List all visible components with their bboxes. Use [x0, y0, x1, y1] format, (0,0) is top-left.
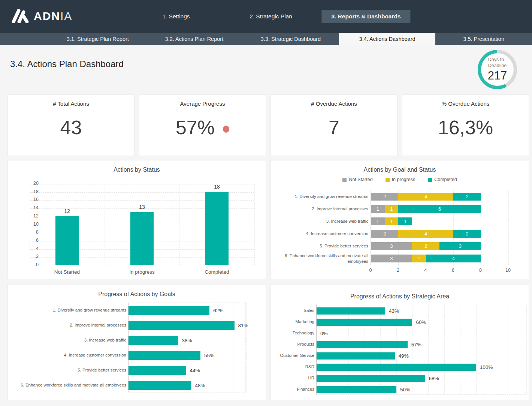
- category-labels: 1. Diversify and grow revenue streams2. …: [274, 190, 368, 265]
- tab-bar-spacer: [0, 33, 49, 45]
- stacked-bar-segment: 1: [398, 217, 412, 225]
- gridline: [460, 305, 460, 394]
- category-labels: 1. Diversify and grow revenue streams2. …: [11, 303, 126, 393]
- legend-label: In progress: [392, 177, 415, 182]
- category-label: R&D: [273, 361, 314, 372]
- stacked-bar-segment: 1: [371, 205, 385, 213]
- chart-title: Actions by Goal and Status: [271, 166, 529, 173]
- tab-presentation[interactable]: 3.5. Presentation: [435, 33, 532, 45]
- gridline: [105, 184, 105, 265]
- x-axis-tick-label: 4: [424, 268, 427, 273]
- bar: [317, 364, 476, 371]
- page-title: 3.4. Actions Plan Dashboard: [10, 59, 124, 69]
- stacked-bar-segment: 1: [385, 217, 399, 225]
- gridline: [508, 190, 509, 265]
- category-label: 6. Enhance workforce skills and motivate…: [11, 378, 126, 393]
- kpi-label: Average Progress: [139, 100, 266, 107]
- days-to-deadline-label: Days to Deadline: [488, 57, 507, 69]
- chart-legend: Not StartedIn progressCompleted: [271, 177, 529, 182]
- bar: [317, 319, 412, 326]
- category-label: Finances: [273, 384, 314, 395]
- gridline: [220, 303, 220, 392]
- legend-item: In progress: [386, 177, 415, 182]
- tab-actions-dashboard[interactable]: 3.4. Actions Dashboard: [339, 33, 436, 45]
- category-label: 6. Enhance workforce skills and motivate…: [274, 252, 368, 265]
- category-label: 2. Improve internal processes: [11, 318, 126, 333]
- topnav-item-reports-dashboards[interactable]: 3. Reports & Dashboards: [321, 0, 410, 33]
- bar-value-label: 55%: [204, 353, 214, 358]
- gridline: [524, 305, 524, 394]
- tab-strategic-plan-report[interactable]: 3.1. Strategic Plan Report: [49, 33, 146, 45]
- legend-swatch-icon: [386, 178, 390, 182]
- bar-value-label: 44%: [190, 368, 200, 373]
- bar-value-label: 13: [105, 204, 179, 210]
- bar: [317, 352, 395, 360]
- gridline: [155, 303, 155, 392]
- stacked-bar-segment: 4: [398, 230, 453, 238]
- category-label: 3. Increase web traffic: [11, 333, 126, 348]
- x-axis-tick-label: 8: [479, 268, 482, 273]
- bar-value-label: 38%: [182, 338, 192, 343]
- tab-actions-plan-report[interactable]: 3.2. Actions Plan Report: [146, 33, 243, 45]
- brand-name: ADNIA: [34, 10, 72, 22]
- topnav-item-settings[interactable]: 1. Settings: [162, 0, 190, 33]
- gridline: [207, 303, 207, 392]
- tab-strategic-dashboard[interactable]: 3.3. Strategic Dashboard: [242, 33, 339, 45]
- y-axis-tick-label: 16: [26, 197, 39, 202]
- gridline: [181, 303, 181, 392]
- x-axis-labels: Not StartedIn progressCompleted: [30, 269, 254, 275]
- days-to-deadline-inner: Days to Deadline 217: [481, 53, 514, 86]
- days-to-deadline-value: 217: [488, 69, 507, 82]
- y-axis-tick-label: 8: [26, 229, 39, 235]
- stacked-bar-segment: 2: [412, 242, 439, 250]
- category-label: 5. Provide better services: [11, 363, 126, 378]
- chart-row-1: Actions by Status 1213180246810121416182…: [7, 160, 529, 279]
- x-axis-tick-label: 2: [397, 268, 399, 273]
- y-axis-tick-label: 18: [26, 189, 39, 194]
- stacked-bar-segment: 3: [439, 242, 481, 250]
- y-axis-tick-label: 6: [26, 238, 39, 243]
- chart-actions-by-status: Actions by Status 1213180246810121416182…: [7, 160, 266, 279]
- stacked-bar-segment: 2: [453, 230, 481, 238]
- y-axis-tick-label: 2: [26, 254, 39, 259]
- bar-value-label: 100%: [480, 364, 493, 370]
- bar: [317, 341, 408, 348]
- status-dot-icon: [223, 126, 229, 133]
- gridline: [508, 305, 508, 394]
- gridline: [398, 190, 399, 265]
- kpi-card-pct-overdue-actions: % Overdue Actions 16,3%: [402, 94, 529, 156]
- adnia-logo-icon: [11, 9, 29, 23]
- gridline: [168, 303, 168, 392]
- y-axis-tick-label: 12: [26, 213, 39, 219]
- legend-swatch-icon: [428, 178, 432, 182]
- stacked-bar-segment: 3: [371, 242, 412, 250]
- dashboard-content: 3.4. Actions Plan Dashboard Days to Dead…: [0, 45, 532, 406]
- chart-actions-by-goal-and-status: Actions by Goal and Status Not StartedIn…: [270, 160, 529, 279]
- gridline: [481, 190, 481, 265]
- stacked-bar-segment: 2: [453, 193, 481, 201]
- kpi-label: # Overdue Actions: [271, 100, 397, 107]
- chart-title: Progress of Actions by Goals: [8, 291, 266, 298]
- category-label: 1. Diversify and grow revenue streams: [11, 303, 126, 318]
- stacked-bar-segment: 6: [398, 205, 481, 213]
- gridline: [254, 184, 255, 265]
- bar: [129, 321, 235, 330]
- category-label: Marketing: [273, 316, 314, 327]
- category-label: Technology: [273, 327, 314, 339]
- category-labels: SalesMarketingTechnologyProductsCustomer…: [273, 305, 314, 395]
- kpi-value: 7: [329, 116, 339, 139]
- y-axis-tick-label: 4: [26, 246, 39, 251]
- bar-value-label: 18: [179, 184, 254, 190]
- y-axis-tick-label: 0: [26, 262, 39, 267]
- category-label: 2. Improve internal processes: [274, 203, 368, 215]
- bar: [130, 212, 154, 265]
- kpi-label: # Total Actions: [8, 100, 134, 107]
- bar-value-label: 12: [30, 208, 105, 214]
- topnav-item-strategic-plan[interactable]: 2. Strategic Plan: [250, 0, 292, 33]
- top-navigation-bar: ADNIA 1. Settings 2. Strategic Plan 3. R…: [0, 0, 532, 33]
- bar: [317, 386, 396, 393]
- bar: [129, 366, 186, 375]
- y-axis-tick-label: 10: [26, 222, 39, 227]
- gridline: [476, 305, 477, 394]
- bar-value-label: 62%: [213, 308, 223, 313]
